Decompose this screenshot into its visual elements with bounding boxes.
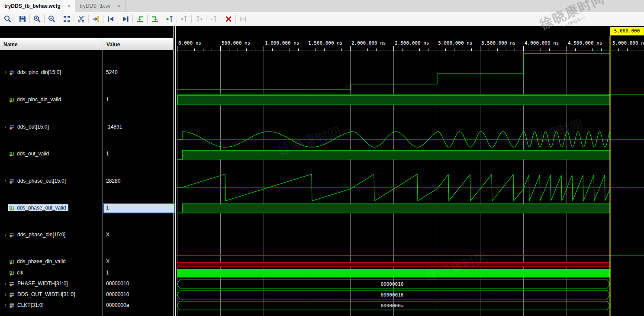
signal-name: dds_phase_out_valid (17, 205, 66, 211)
zoom-in-icon[interactable] (31, 14, 43, 24)
toolbar-separator (221, 15, 221, 23)
signal-row-dds_pinc_din_valid[interactable]: ›dds_pinc_din_valid (0, 95, 64, 104)
signal-row-dds_phase_din_valid[interactable]: ›dds_phase_din_valid (0, 257, 68, 266)
search-icon[interactable] (2, 14, 13, 24)
signal-value[interactable]: -14891 (106, 123, 122, 131)
signal-name-cell[interactable]: dds_pinc_din[15:0] (8, 69, 64, 76)
name-value-divider[interactable] (103, 38, 103, 316)
expand-chevron-icon[interactable]: › (3, 281, 8, 287)
cursor-time-flag[interactable]: 5,000.000 ns (610, 27, 644, 35)
signal-row-dds_phase_din[interactable]: ›dds_phase_din[15:0] (0, 230, 68, 239)
delete-marker-icon[interactable] (208, 14, 219, 24)
expand-chevron-icon[interactable]: › (3, 302, 8, 308)
signal-name-cell[interactable]: dds_phase_out_valid (8, 204, 68, 211)
signal-value[interactable]: 00000010 (106, 290, 129, 299)
expand-chevron-icon[interactable]: › (3, 69, 8, 75)
signal-row-PHASE_WIDTH[interactable]: ›PHASE_WIDTH[31:0] (0, 279, 71, 288)
zoom-out-icon[interactable] (46, 14, 58, 24)
signal-row-clk[interactable]: ›clk (0, 268, 26, 277)
signal-value[interactable]: X (106, 230, 109, 239)
add-marker-icon[interactable] (164, 14, 175, 24)
signal-name-cell[interactable]: clk (8, 269, 26, 276)
previous-transition-icon[interactable] (105, 14, 116, 24)
signal-row-DDS_OUT_WIDTH[interactable]: ›DDS_OUT_WIDTH[31:0] (0, 290, 77, 299)
zoom-to-cursor-icon[interactable] (75, 14, 87, 24)
signal-name-cell[interactable]: CLKT[31:0] (8, 302, 46, 309)
toolbar-separator (235, 15, 236, 23)
bus-signal-icon (9, 178, 15, 184)
signal-row-dds_pinc_din[interactable]: ›dds_pinc_din[15:0] (0, 68, 64, 77)
goto-time-zero-icon[interactable] (134, 14, 146, 24)
signal-value[interactable]: 00000010 (106, 279, 129, 288)
toolbar-separator (118, 15, 118, 23)
next-transition-icon[interactable] (119, 14, 131, 24)
signal-name-cell[interactable]: dds_phase_din[15:0] (8, 231, 68, 238)
svg-text:3,500.000 ns: 3,500.000 ns (481, 40, 515, 46)
signal-row-dds_out[interactable]: ›dds_out[15:0] (0, 123, 52, 131)
signal-name: PHASE_WIDTH[31:0] (17, 281, 68, 287)
svg-text:00000010: 00000010 (381, 292, 404, 298)
signal-value[interactable]: 0000000a (106, 301, 129, 310)
signal-name: dds_phase_din[15:0] (17, 232, 65, 238)
signal-value[interactable]: 1 (106, 268, 109, 277)
zoom-fit-icon[interactable] (61, 14, 72, 24)
toolbar-separator (29, 15, 30, 23)
signal-value-selected[interactable]: 1 (103, 203, 175, 213)
value-column-header[interactable]: Value (103, 38, 173, 50)
toolbar-separator (177, 15, 177, 23)
signal-name: dds_out[15:0] (17, 124, 49, 130)
single-bit-signal-icon (9, 270, 15, 276)
name-column-header[interactable]: Name (0, 38, 103, 50)
signal-row-dds_out_valid[interactable]: ›dds_out_valid (0, 149, 52, 158)
panel-splitter[interactable] (173, 26, 174, 316)
goto-last-time-icon[interactable] (149, 14, 161, 24)
panel-splitter-handle[interactable] (175, 26, 176, 316)
signal-name: dds_phase_out[15:0] (17, 178, 66, 184)
svg-text:4,000.000 ns: 4,000.000 ns (525, 40, 559, 46)
signal-value[interactable]: X (106, 257, 109, 266)
waveform-toolbar (0, 12, 644, 26)
expand-chevron-icon[interactable]: › (3, 124, 8, 130)
tab-wave-config-label: tryDDS_tb_behav.wcfg (4, 3, 61, 9)
svg-text:2,000.000 ns: 2,000.000 ns (351, 40, 386, 46)
signal-row-dds_phase_out[interactable]: ›dds_phase_out[15:0] (0, 177, 68, 185)
svg-text:4,500.000 ns: 4,500.000 ns (568, 40, 602, 46)
signal-name-cell[interactable]: dds_pinc_din_valid (8, 96, 64, 103)
close-icon[interactable]: × (117, 3, 121, 9)
toolbar-separator (191, 15, 192, 23)
signal-name-cell[interactable]: DDS_OUT_WIDTH[31:0] (8, 291, 77, 298)
signal-name-cell[interactable]: dds_out[15:0] (8, 123, 52, 130)
svg-text:0000000a: 0000000a (381, 303, 404, 309)
delete-icon[interactable] (222, 14, 234, 24)
signal-row-dds_phase_out_valid[interactable]: ›dds_phase_out_valid (0, 203, 68, 212)
signal-value[interactable]: 1 (106, 149, 109, 158)
close-icon[interactable]: × (68, 3, 71, 9)
signal-name: dds_phase_din_valid (17, 258, 66, 264)
svg-text:0.000 ns: 0.000 ns (178, 40, 201, 46)
tab-bar: tryDDS_tb_behav.wcfg × tryDDS_tb.sv × (0, 0, 644, 12)
expand-chevron-icon[interactable]: › (3, 232, 8, 238)
signal-name: dds_out_valid (17, 151, 49, 157)
signal-value[interactable]: 5240 (106, 68, 118, 77)
tab-source-file[interactable]: tryDDS_tb.sv × (75, 0, 125, 12)
next-marker-icon[interactable] (193, 14, 205, 24)
toolbar-separator (147, 15, 148, 23)
signal-name-cell[interactable]: dds_out_valid (8, 150, 52, 157)
signal-value[interactable]: 1 (106, 95, 109, 104)
goto-cursor-icon[interactable] (90, 14, 102, 24)
time-range-icon[interactable] (237, 14, 249, 24)
signal-name-cell[interactable]: PHASE_WIDTH[31:0] (8, 280, 71, 287)
previous-marker-icon[interactable] (178, 14, 190, 24)
toolbar-separator (88, 15, 89, 23)
signal-name: CLKT[31:0] (17, 302, 44, 308)
tab-source-file-label: tryDDS_tb.sv (80, 3, 110, 9)
expand-chevron-icon[interactable]: › (3, 178, 8, 184)
signal-value[interactable]: 28280 (106, 177, 120, 185)
signal-row-CLKT[interactable]: ›CLKT[31:0] (0, 301, 46, 310)
signal-name-cell[interactable]: dds_phase_out[15:0] (8, 177, 68, 184)
vivado-waveform-window: { "tabs": [ {"label": "tryDDS_tb_behav.w… (0, 0, 644, 316)
save-icon[interactable] (16, 14, 28, 24)
tab-wave-config[interactable]: tryDDS_tb_behav.wcfg × (0, 0, 75, 12)
signal-name-cell[interactable]: dds_phase_din_valid (8, 258, 68, 265)
expand-chevron-icon[interactable]: › (3, 291, 8, 297)
